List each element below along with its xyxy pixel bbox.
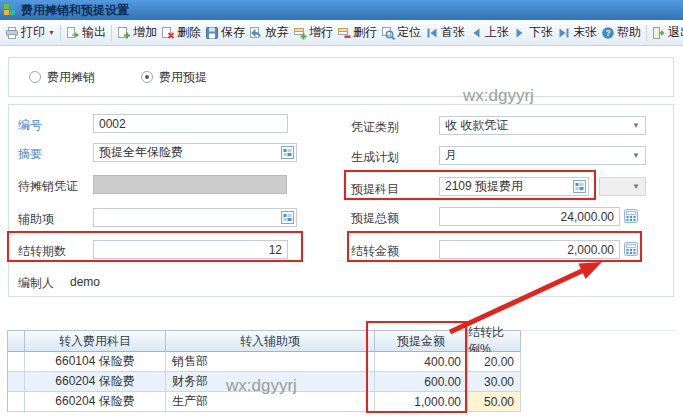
toolbar-button-label: 帮助	[617, 24, 641, 41]
row-selector-header	[8, 331, 25, 352]
carryover-amount-input[interactable]	[439, 240, 620, 259]
toolbar-button-discard[interactable]: 放弃	[247, 22, 291, 43]
toolbar-button-label: 删除	[177, 24, 201, 41]
toolbar-button-next[interactable]: 下张	[511, 22, 555, 43]
number-input[interactable]	[93, 114, 288, 133]
add-icon	[117, 26, 131, 40]
toolbar-button-delrow[interactable]: 删行	[335, 22, 379, 43]
lookup-icon[interactable]	[573, 180, 586, 193]
prev-page-icon	[469, 26, 483, 40]
header-cell-col-amount: 预提金额	[375, 331, 468, 352]
lookup-icon[interactable]	[281, 146, 294, 159]
aux-item-input-text[interactable]	[94, 210, 281, 225]
toolbar-button-export[interactable]: 输出	[64, 22, 108, 43]
toolbar-separator	[646, 25, 647, 41]
cell-aux[interactable]: 生产部	[166, 392, 375, 412]
field-label-summary: 摘要	[18, 146, 42, 163]
toolbar-button-label: 删行	[353, 24, 377, 41]
chevron-down-icon: ▼	[632, 182, 640, 191]
toolbar-button-prev[interactable]: 上张	[467, 22, 511, 43]
accrual-total-input[interactable]	[439, 207, 620, 226]
cell-amount[interactable]: 1,000.00	[375, 392, 468, 412]
cell-aux[interactable]: 销售部	[166, 352, 375, 372]
plan-select[interactable]: 月 ▼	[439, 146, 646, 165]
lookup-icon[interactable]	[281, 211, 294, 224]
row-selector[interactable]	[8, 392, 25, 412]
toolbar-button-label: 增加	[133, 24, 157, 41]
plan-value: 月	[445, 147, 457, 164]
dropdown-caret-icon: ▼	[48, 29, 55, 36]
accrual-account-sub-select: ▼	[599, 177, 646, 196]
cell-subject[interactable]: 660204 保险费	[25, 392, 166, 412]
detail-table: 转入费用科目转入辅助项预提金额结转比例%660104 保险费销售部400.002…	[7, 330, 521, 412]
calculator-icon[interactable]	[624, 242, 638, 256]
toolbar-button-help[interactable]: ?帮助	[599, 22, 643, 43]
summary-input-text[interactable]	[94, 145, 281, 160]
toolbar-button-label: 输出	[82, 24, 106, 41]
radio-expense-accrual[interactable]: 费用预提	[141, 69, 207, 86]
field-label-accrual-total: 预提总额	[351, 210, 399, 227]
table-top-border	[520, 330, 676, 331]
cell-ratio[interactable]: 50.00	[468, 392, 521, 412]
toolbar-button-save[interactable]: 保存	[203, 22, 247, 43]
summary-input[interactable]	[93, 143, 297, 162]
radio-expense-amortization[interactable]: 费用摊销	[29, 69, 95, 86]
radio-label: 费用预提	[159, 69, 207, 86]
header-cell-col-subject: 转入费用科目	[25, 331, 166, 352]
discard-icon	[249, 26, 263, 40]
printer-icon	[5, 26, 19, 40]
toolbar-button-last[interactable]: 末张	[555, 22, 599, 43]
calculator-icon[interactable]	[624, 209, 638, 223]
window-icon	[4, 4, 16, 16]
toolbar-button-label: 上张	[485, 24, 509, 41]
periods-input[interactable]	[93, 240, 288, 259]
cell-ratio[interactable]: 20.00	[468, 352, 521, 372]
toolbar-button-label: 定位	[397, 24, 421, 41]
mode-panel: 费用摊销 费用预提	[8, 57, 674, 97]
aux-item-input[interactable]	[93, 208, 297, 227]
preparer-value: demo	[70, 275, 100, 289]
cell-subject[interactable]: 660204 保险费	[25, 372, 166, 392]
cell-ratio[interactable]: 30.00	[468, 372, 521, 392]
field-label-aux-item: 辅助项	[18, 211, 54, 228]
chevron-down-icon: ▼	[632, 121, 640, 130]
delete-row-icon	[337, 26, 351, 40]
toolbar-button-label: 增行	[309, 24, 333, 41]
last-page-icon	[557, 26, 571, 40]
radio-unchecked-icon	[29, 71, 41, 83]
toolbar-button-label: 打印	[21, 24, 45, 41]
voucher-type-select[interactable]: 收 收款凭证 ▼	[439, 116, 646, 135]
cell-amount[interactable]: 400.00	[375, 352, 468, 372]
toolbar-button-delete[interactable]: 删除	[159, 22, 203, 43]
exit-icon	[652, 26, 666, 40]
toolbar-button-print[interactable]: 打印▼	[3, 22, 57, 43]
toolbar-button-add[interactable]: 增加	[115, 22, 159, 43]
header-cell-col-aux: 转入辅助项	[166, 331, 375, 352]
field-label-number: 编号	[18, 117, 42, 134]
accrual-account-input-text[interactable]	[440, 179, 573, 194]
voucher-type-value: 收 收款凭证	[445, 117, 508, 134]
toolbar-button-exit[interactable]: 退出	[650, 22, 683, 43]
cell-aux[interactable]: 财务部	[166, 372, 375, 392]
toolbar-button-label: 末张	[573, 24, 597, 41]
add-row-icon	[293, 26, 307, 40]
field-label-accrual-account: 预提科目	[351, 181, 399, 198]
cell-subject[interactable]: 660104 保险费	[25, 352, 166, 372]
toolbar-separator	[111, 25, 112, 41]
toolbar-button-label: 首张	[441, 24, 465, 41]
toolbar-button-label: 下张	[529, 24, 553, 41]
svg-text:?: ?	[605, 28, 610, 38]
row-selector[interactable]	[8, 352, 25, 372]
cell-amount[interactable]: 600.00	[375, 372, 468, 392]
toolbar-button-first[interactable]: 首张	[423, 22, 467, 43]
field-label-plan: 生成计划	[351, 149, 399, 166]
save-icon	[205, 26, 219, 40]
toolbar-button-addrow[interactable]: 增行	[291, 22, 335, 43]
accrual-account-input[interactable]	[439, 177, 589, 196]
row-selector[interactable]	[8, 372, 25, 392]
radio-label: 费用摊销	[47, 69, 95, 86]
pending-voucher-input	[93, 175, 287, 194]
chevron-down-icon: ▼	[632, 151, 640, 160]
window-title: 费用摊销和预提设置	[21, 2, 129, 19]
toolbar-button-locate[interactable]: 定位	[379, 22, 423, 43]
